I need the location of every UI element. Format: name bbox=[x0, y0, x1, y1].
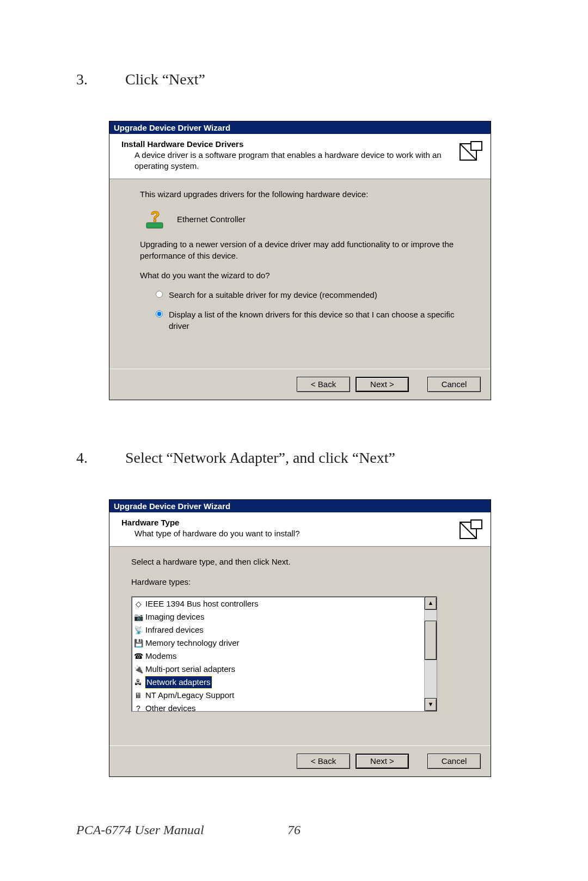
page-footer: PCA-6774 User Manual 76 bbox=[0, 823, 588, 837]
list-item[interactable]: 🔌Multi-port serial adapters bbox=[132, 663, 424, 676]
list-item[interactable]: 🖥NT Apm/Legacy Support bbox=[132, 689, 424, 702]
wizard-icon bbox=[459, 140, 483, 164]
list-item-label: Multi-port serial adapters bbox=[145, 663, 235, 675]
dialog-header-subtitle: What type of hardware do you want to ins… bbox=[121, 528, 447, 539]
page-number: 76 bbox=[287, 823, 301, 837]
list-item-label: IEEE 1394 Bus host controllers bbox=[145, 598, 259, 610]
step-3: 3. Click “Next” bbox=[76, 71, 512, 88]
unknown-device-icon: ? bbox=[145, 209, 167, 230]
cancel-button[interactable]: Cancel bbox=[427, 377, 481, 392]
list-item-label: NT Apm/Legacy Support bbox=[145, 689, 234, 701]
list-item-label: Infrared devices bbox=[145, 624, 204, 636]
svg-rect-2 bbox=[471, 142, 482, 150]
device-type-icon: 📡 bbox=[133, 625, 143, 635]
list-item-label: Other devices bbox=[145, 702, 196, 711]
list-item[interactable]: ◇IEEE 1394 Bus host controllers bbox=[132, 597, 424, 610]
question-text: What do you want the wizard to do? bbox=[140, 270, 475, 281]
hardware-types-list[interactable]: ◇IEEE 1394 Bus host controllers📷Imaging … bbox=[132, 597, 424, 711]
list-item[interactable]: 📷Imaging devices bbox=[132, 610, 424, 623]
device-name-label: Ethernet Controller bbox=[177, 214, 246, 225]
intro-text: This wizard upgrades drivers for the fol… bbox=[140, 189, 475, 200]
list-item[interactable]: 💾Memory technology driver bbox=[132, 637, 424, 650]
radio-search-label: Search for a suitable driver for my devi… bbox=[169, 290, 475, 301]
scroll-track[interactable] bbox=[425, 660, 437, 698]
device-type-icon: ? bbox=[133, 703, 143, 711]
list-item-label: Imaging devices bbox=[145, 611, 204, 623]
radio-search-row[interactable]: Search for a suitable driver for my devi… bbox=[140, 290, 475, 301]
radio-search[interactable] bbox=[156, 291, 163, 298]
list-item[interactable]: ?Other devices bbox=[132, 702, 424, 711]
back-button[interactable]: < Back bbox=[297, 377, 350, 392]
dialog-header: Hardware Type What type of hardware do y… bbox=[109, 512, 491, 547]
device-type-icon: 🔌 bbox=[133, 664, 143, 674]
dialog-2-wrap: Upgrade Device Driver Wizard Hardware Ty… bbox=[109, 499, 512, 777]
svg-rect-7 bbox=[471, 520, 482, 529]
upgrade-driver-wizard-dialog-1: Upgrade Device Driver Wizard Install Har… bbox=[109, 121, 491, 400]
step-4: 4. Select “Network Adapter”, and click “… bbox=[76, 449, 512, 467]
wizard-icon bbox=[459, 519, 483, 543]
listbox-label: Hardware types: bbox=[131, 577, 475, 588]
back-button[interactable]: < Back bbox=[297, 754, 350, 769]
listbox-scrollbar[interactable]: ▲ ▼ bbox=[424, 597, 437, 711]
radio-display-list[interactable] bbox=[156, 310, 163, 317]
device-type-icon: 🖧 bbox=[133, 677, 143, 687]
radio-display-row[interactable]: Display a list of the known drivers for … bbox=[140, 309, 475, 332]
dialog-header-subtitle: A device driver is a software program th… bbox=[121, 150, 447, 171]
device-row: ? Ethernet Controller bbox=[140, 209, 475, 230]
list-item[interactable]: ☎Modems bbox=[132, 650, 424, 663]
dialog-header: Install Hardware Device Drivers A device… bbox=[109, 134, 491, 179]
step-number: 4. bbox=[76, 449, 125, 467]
list-item[interactable]: 🖧Network adapters bbox=[132, 676, 424, 689]
list-item-label: Memory technology driver bbox=[145, 637, 240, 649]
intro-text: Select a hardware type, and then click N… bbox=[131, 556, 475, 567]
scroll-thumb[interactable] bbox=[425, 621, 437, 660]
dialog-body: This wizard upgrades drivers for the fol… bbox=[109, 179, 491, 369]
svg-text:?: ? bbox=[150, 209, 160, 225]
dialog-buttons: < Back Next > Cancel bbox=[109, 745, 491, 776]
upgrade-text: Upgrading to a newer version of a device… bbox=[140, 239, 475, 261]
dialog-buttons: < Back Next > Cancel bbox=[109, 369, 491, 400]
next-button[interactable]: Next > bbox=[356, 377, 409, 392]
list-item-label: Modems bbox=[145, 650, 177, 662]
scroll-down-button[interactable]: ▼ bbox=[425, 698, 437, 711]
dialog-titlebar: Upgrade Device Driver Wizard bbox=[109, 121, 491, 134]
upgrade-driver-wizard-dialog-2: Upgrade Device Driver Wizard Hardware Ty… bbox=[109, 499, 491, 777]
dialog-1-wrap: Upgrade Device Driver Wizard Install Har… bbox=[109, 121, 512, 400]
dialog-header-title: Install Hardware Device Drivers bbox=[121, 139, 447, 149]
cancel-button[interactable]: Cancel bbox=[427, 754, 481, 769]
device-type-icon: ◇ bbox=[133, 599, 143, 609]
dialog-header-title: Hardware Type bbox=[121, 518, 447, 527]
hardware-types-listbox[interactable]: ◇IEEE 1394 Bus host controllers📷Imaging … bbox=[131, 596, 437, 712]
step-number: 3. bbox=[76, 71, 125, 88]
device-type-icon: 🖥 bbox=[133, 690, 143, 700]
dialog-body: Select a hardware type, and then click N… bbox=[109, 547, 491, 745]
step-text: Select “Network Adapter”, and click “Nex… bbox=[125, 449, 512, 467]
radio-display-list-label: Display a list of the known drivers for … bbox=[169, 309, 475, 332]
next-button[interactable]: Next > bbox=[356, 754, 409, 769]
step-text: Click “Next” bbox=[125, 71, 512, 88]
manual-title: PCA-6774 User Manual bbox=[0, 823, 204, 837]
dialog-titlebar: Upgrade Device Driver Wizard bbox=[109, 500, 491, 512]
list-item-label: Network adapters bbox=[145, 676, 212, 688]
device-type-icon: ☎ bbox=[133, 651, 143, 661]
device-type-icon: 📷 bbox=[133, 612, 143, 622]
list-item[interactable]: 📡Infrared devices bbox=[132, 623, 424, 637]
device-type-icon: 💾 bbox=[133, 638, 143, 648]
scroll-up-button[interactable]: ▲ bbox=[425, 597, 437, 610]
